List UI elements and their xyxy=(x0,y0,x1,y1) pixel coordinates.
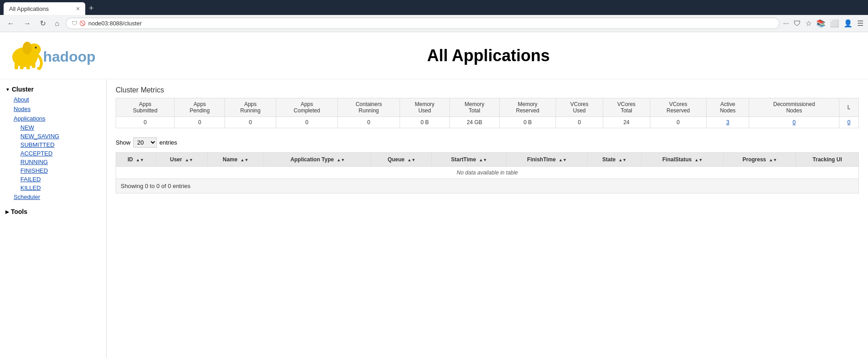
svg-point-3 xyxy=(23,42,32,54)
hadoop-logo: hadoop xyxy=(9,37,100,73)
col-final-status[interactable]: FinalStatus ▲▼ xyxy=(641,153,724,167)
cluster-section: ▼ Cluster About Nodes Applications NEW N… xyxy=(5,84,102,202)
library-icon[interactable]: 📚 xyxy=(816,19,825,28)
col-lost-nodes: L xyxy=(839,98,858,117)
tab-close-button[interactable]: × xyxy=(76,5,80,12)
home-button[interactable]: ⌂ xyxy=(52,19,62,29)
svg-text:hadoop: hadoop xyxy=(43,48,96,65)
user-sort-icon: ▲▼ xyxy=(185,158,193,162)
val-containers-running: 0 xyxy=(338,117,400,128)
lost-nodes-link[interactable]: 0 xyxy=(848,119,851,126)
cluster-metrics-title: Cluster Metrics xyxy=(116,86,859,94)
metrics-data-row: 0 0 0 0 0 0 B 24 GB 0 B 0 24 0 3 0 0 xyxy=(116,117,859,128)
col-decommissioned-nodes: DecommissionedNodes xyxy=(749,98,839,117)
sidebar-toggle-icon[interactable]: ⬜ xyxy=(830,19,839,28)
col-memory-reserved: MemoryReserved xyxy=(499,98,556,117)
more-options-icon[interactable]: ··· xyxy=(783,19,789,28)
address-bar[interactable]: 🛡 🚫 node03:8088/cluster xyxy=(66,18,780,29)
col-finish-time[interactable]: FinishTime ▲▼ xyxy=(507,153,588,167)
val-memory-reserved: 0 B xyxy=(499,117,556,128)
col-memory-total: MemoryTotal xyxy=(449,98,499,117)
col-user[interactable]: User ▲▼ xyxy=(156,153,207,167)
col-state[interactable]: State ▲▼ xyxy=(587,153,641,167)
progress-sort-icon: ▲▼ xyxy=(769,158,777,162)
entries-label: entries xyxy=(160,139,177,146)
applications-table: ID ▲▼ User ▲▼ Name ▲▼ Application Type ▲… xyxy=(116,152,859,179)
tab-title: All Applications xyxy=(9,5,49,12)
cluster-label: Cluster xyxy=(12,86,34,93)
col-apps-pending: AppsPending xyxy=(175,98,225,117)
active-nodes-link[interactable]: 3 xyxy=(726,119,729,126)
col-name[interactable]: Name ▲▼ xyxy=(207,153,264,167)
sidebar-item-finished[interactable]: FINISHED xyxy=(5,166,102,175)
state-sort-icon: ▲▼ xyxy=(619,158,627,162)
shield-icon: 🛡 xyxy=(72,20,78,27)
val-vcores-total: 24 xyxy=(603,117,650,128)
col-queue[interactable]: Queue ▲▼ xyxy=(371,153,432,167)
col-tracking-ui[interactable]: Tracking UI xyxy=(796,153,859,167)
col-containers-running: ContainersRunning xyxy=(338,98,400,117)
cluster-section-title[interactable]: ▼ Cluster xyxy=(5,84,102,95)
no-data-row: No data available in table xyxy=(116,167,859,179)
val-decommissioned-nodes[interactable]: 0 xyxy=(749,117,839,128)
queue-sort-icon: ▲▼ xyxy=(407,158,415,162)
app-type-sort-icon: ▲▼ xyxy=(337,158,345,162)
id-sort-icon: ▲▼ xyxy=(136,158,144,162)
svg-rect-5 xyxy=(20,63,24,69)
sidebar-item-nodes[interactable]: Nodes xyxy=(5,104,102,114)
lock-icon: 🚫 xyxy=(79,20,86,26)
metrics-header-row: AppsSubmitted AppsPending AppsRunning Ap… xyxy=(116,98,859,117)
val-memory-used: 0 B xyxy=(400,117,449,128)
navigation-bar: ← → ↻ ⌂ 🛡 🚫 node03:8088/cluster ··· 🛡 ☆ … xyxy=(0,15,868,32)
val-lost-nodes[interactable]: 0 xyxy=(839,117,858,128)
pocket-icon[interactable]: 🛡 xyxy=(794,19,801,28)
sidebar-item-applications[interactable]: Applications xyxy=(5,114,102,123)
menu-icon[interactable]: ☰ xyxy=(857,19,863,28)
new-tab-button[interactable]: + xyxy=(85,2,98,15)
avatar-icon[interactable]: 👤 xyxy=(844,19,853,28)
val-vcores-reserved: 0 xyxy=(650,117,706,128)
sidebar-item-killed[interactable]: KILLED xyxy=(5,184,102,192)
col-memory-used: MemoryUsed xyxy=(400,98,449,117)
start-time-sort-icon: ▲▼ xyxy=(479,158,487,162)
logo-area: hadoop xyxy=(9,37,118,74)
metrics-table-wrapper: AppsSubmitted AppsPending AppsRunning Ap… xyxy=(116,98,859,137)
tools-arrow-icon: ▶ xyxy=(5,209,9,214)
show-label: Show xyxy=(116,139,131,146)
sidebar-item-new-saving[interactable]: NEW_SAVING xyxy=(5,132,102,140)
page-title-area: All Applications xyxy=(118,46,859,65)
finish-time-sort-icon: ▲▼ xyxy=(559,158,567,162)
tools-section-title[interactable]: ▶ Tools xyxy=(5,206,102,217)
page-content: ▼ Cluster About Nodes Applications NEW N… xyxy=(0,79,868,358)
back-button[interactable]: ← xyxy=(5,19,17,29)
bookmark-icon[interactable]: ☆ xyxy=(805,19,812,28)
col-start-time[interactable]: StartTime ▲▼ xyxy=(432,153,507,167)
apps-header-row: ID ▲▼ User ▲▼ Name ▲▼ Application Type ▲… xyxy=(116,153,859,167)
forward-button[interactable]: → xyxy=(21,19,34,29)
sidebar-item-accepted[interactable]: ACCEPTED xyxy=(5,149,102,158)
sidebar-item-failed[interactable]: FAILED xyxy=(5,175,102,184)
sidebar-item-running[interactable]: RUNNING xyxy=(5,158,102,166)
browser-tab[interactable]: All Applications × xyxy=(4,2,85,15)
col-progress[interactable]: Progress ▲▼ xyxy=(724,153,796,167)
tools-section: ▶ Tools xyxy=(5,206,102,217)
val-active-nodes[interactable]: 3 xyxy=(707,117,749,128)
decommissioned-nodes-link[interactable]: 0 xyxy=(793,119,796,126)
entries-select[interactable]: 10 20 25 50 100 xyxy=(133,137,157,148)
refresh-button[interactable]: ↻ xyxy=(37,18,49,29)
show-entries-control: Show 10 20 25 50 100 entries xyxy=(116,137,859,148)
col-id[interactable]: ID ▲▼ xyxy=(116,153,156,167)
sidebar-item-scheduler[interactable]: Scheduler xyxy=(5,192,102,202)
sidebar-item-submitted[interactable]: SUBMITTED xyxy=(5,140,102,149)
col-app-type[interactable]: Application Type ▲▼ xyxy=(264,153,371,167)
final-status-sort-icon: ▲▼ xyxy=(695,158,703,162)
tools-label: Tools xyxy=(11,208,27,215)
address-text: node03:8088/cluster xyxy=(88,20,142,27)
sidebar-item-about[interactable]: About xyxy=(5,95,102,104)
col-apps-completed: AppsCompleted xyxy=(276,98,338,117)
val-apps-submitted: 0 xyxy=(116,117,175,128)
sidebar-item-new[interactable]: NEW xyxy=(5,123,102,132)
svg-rect-4 xyxy=(15,63,18,69)
col-vcores-reserved: VCoresReserved xyxy=(650,98,706,117)
col-active-nodes: ActiveNodes xyxy=(707,98,749,117)
